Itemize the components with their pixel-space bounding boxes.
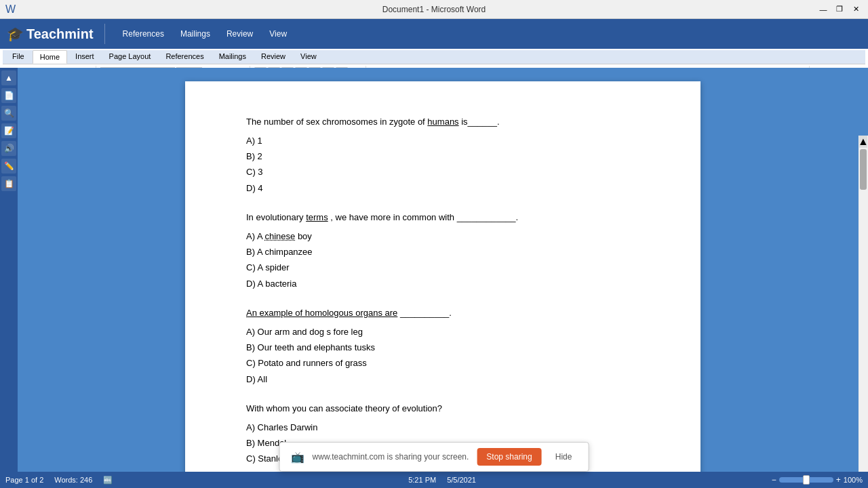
zoom-controls: − + 100%: [772, 475, 863, 485]
sidebar-icon-2[interactable]: 🔍: [1, 106, 16, 121]
tab-page-layout[interactable]: Page Layout: [102, 50, 158, 64]
sidebar-icon-5[interactable]: ✏️: [1, 159, 16, 174]
question-4-text: With whom you can associate theory of ev…: [246, 402, 639, 415]
q2-option-b: B) A chimpanzee: [246, 244, 639, 260]
underline-terms: terms: [306, 212, 328, 222]
zoom-level: 100%: [844, 476, 863, 484]
logo-divider: [104, 24, 105, 44]
sharing-icon: 📺: [291, 451, 304, 464]
logo-icon: 🎓: [7, 26, 24, 42]
q3-underline-text: An example of homologous organs are: [246, 308, 397, 318]
tab-mailings[interactable]: Mailings: [212, 50, 253, 64]
underline-humans: humans: [427, 117, 458, 127]
scrollbar-up-btn[interactable]: ▲: [859, 136, 867, 148]
window-controls: — ❐ ✕: [816, 4, 863, 15]
q1-option-a: A) 1: [246, 133, 639, 148]
question-2: In evolutionary terms , we have more in …: [246, 211, 639, 291]
zoom-out-btn[interactable]: −: [772, 475, 776, 485]
q1-option-b: B) 2: [246, 148, 639, 164]
logo-text: Teachmint: [26, 26, 94, 42]
menu-mailings[interactable]: Mailings: [174, 26, 217, 41]
sharing-text: www.teachmint.com is sharing your screen…: [313, 452, 469, 462]
menu-logo-bar: 🎓 Teachmint References Mailings Review V…: [0, 19, 868, 49]
q2-option-c: C) A spider: [246, 260, 639, 275]
zoom-in-btn[interactable]: +: [836, 475, 841, 485]
left-sidebar: ▲ 📄 🔍 📝 🔊 ✏️ 📋: [0, 68, 18, 488]
tab-references[interactable]: References: [159, 50, 210, 64]
sidebar-icon-4[interactable]: 🔊: [1, 141, 16, 156]
question-2-text: In evolutionary terms , we have more in …: [246, 211, 639, 224]
menu-tabs: References Mailings Review View: [116, 26, 294, 41]
question-1: The number of sex chromosomes in zygote …: [246, 115, 639, 196]
sidebar-icon-1[interactable]: 📄: [1, 88, 16, 103]
question-3: An example of homologous organs are ____…: [246, 306, 639, 387]
menu-review[interactable]: Review: [220, 26, 260, 41]
document-area: The number of sex chromosomes in zygote …: [18, 68, 868, 488]
tab-review[interactable]: Review: [254, 50, 292, 64]
underline-chinese: chinese: [264, 231, 295, 241]
language-check-icon: 🔤: [103, 476, 113, 485]
hide-button[interactable]: Hide: [550, 449, 578, 464]
date-display: 5/5/2021: [447, 476, 476, 484]
menu-view[interactable]: View: [262, 26, 294, 41]
status-bar: Page 1 of 2 Words: 246 🔤 5:21 PM 5/5/202…: [0, 472, 868, 488]
q2-option-a: A) A chinese boy: [246, 228, 639, 244]
menu-references[interactable]: References: [116, 26, 171, 41]
time-display: 5:21 PM: [408, 476, 436, 484]
sharing-bar: 📺 www.teachmint.com is sharing your scre…: [279, 442, 589, 472]
question-3-text: An example of homologous organs are ____…: [246, 306, 639, 320]
right-scrollbar[interactable]: ▲: [859, 136, 868, 488]
zoom-thumb[interactable]: [803, 475, 810, 485]
q2-option-d: D) A bacteria: [246, 276, 639, 291]
q3-option-b: B) Our teeth and elephants tusks: [246, 340, 639, 355]
logo: 🎓 Teachmint: [7, 26, 94, 42]
maximize-button[interactable]: ❐: [833, 4, 846, 15]
tab-file[interactable]: File: [5, 50, 31, 64]
stop-sharing-button[interactable]: Stop sharing: [477, 448, 541, 466]
minimize-button[interactable]: —: [816, 4, 830, 15]
sidebar-icon-3[interactable]: 📝: [1, 123, 16, 138]
page-info: Page 1 of 2: [5, 476, 43, 484]
window-title: Document1 - Microsoft Word: [382, 5, 486, 14]
word-count: Words: 246: [54, 476, 92, 484]
sidebar-icon-6[interactable]: 📋: [1, 176, 16, 191]
q4-option-a: A) Charles Darwin: [246, 420, 639, 435]
question-1-text: The number of sex chromosomes in zygote …: [246, 115, 639, 129]
zoom-slider[interactable]: [779, 477, 833, 483]
tab-home[interactable]: Home: [33, 50, 67, 64]
q1-option-c: C) 3: [246, 164, 639, 180]
sidebar-nav-up[interactable]: ▲: [1, 70, 16, 85]
q3-option-d: D) All: [246, 371, 639, 387]
close-button[interactable]: ✕: [849, 4, 863, 15]
q1-option-d: D) 4: [246, 180, 639, 196]
scrollbar-thumb[interactable]: [860, 149, 867, 190]
document[interactable]: The number of sex chromosomes in zygote …: [185, 81, 701, 488]
tab-view[interactable]: View: [294, 50, 323, 64]
page-info-value: 1 of 2: [25, 476, 44, 484]
q3-option-c: C) Potato and runners of grass: [246, 355, 639, 371]
title-bar: W Document1 - Microsoft Word — ❐ ✕: [0, 0, 868, 19]
q3-option-a: A) Our arm and dog s fore leg: [246, 324, 639, 340]
tab-insert[interactable]: Insert: [68, 50, 101, 64]
